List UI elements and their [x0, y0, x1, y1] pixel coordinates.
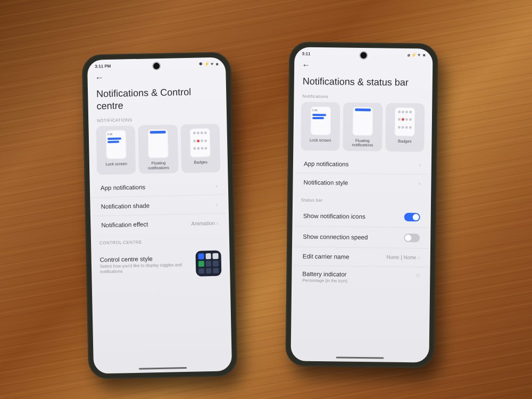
chevron-right-icon: › [215, 182, 218, 188]
notification-cards: 2:36 Lock screen Floating notifications [88, 123, 228, 179]
page-title: Notifications & Control centre [88, 82, 227, 117]
row-battery-indicator[interactable]: Battery indicator Percentage (in the ico… [294, 265, 428, 289]
row-show-connection-speed[interactable]: Show connection speed [294, 226, 428, 248]
home-indicator[interactable] [139, 367, 187, 370]
back-icon[interactable]: ← [95, 73, 103, 82]
status-icons: ✱ ⚡ ᯤ ▥ [199, 62, 218, 67]
card-floating[interactable]: Floating notifications [343, 102, 383, 151]
status-time: 3:11 PM [95, 64, 111, 69]
card-label: Floating notifications [148, 161, 169, 171]
row-notification-effect[interactable]: Notification effect Animation› [93, 214, 227, 235]
camera-hole [360, 52, 367, 59]
row-notification-shade[interactable]: Notification shade › [92, 195, 227, 217]
card-label: Floating notifications [352, 138, 373, 148]
chevron-right-icon: › [419, 181, 420, 187]
row-show-notification-icons[interactable]: Show notification icons [294, 205, 428, 228]
status-icons: ⌀ ⚡ ᯤ ▥ [408, 53, 426, 57]
notification-cards: 2:36 Lock screen Floating notifications [293, 102, 432, 156]
row-app-notifications[interactable]: App notifications › [295, 154, 429, 174]
back-row: ← [294, 58, 433, 73]
up-down-icon: ◇ [416, 272, 419, 278]
card-label: Lock screen [105, 162, 127, 167]
phone-right: 3:11 ⌀ ⚡ ᯤ ▥ ← Notifications & status ba… [285, 41, 438, 368]
toggle-switch[interactable] [404, 213, 420, 221]
card-label: Badges [194, 160, 207, 165]
row-edit-carrier-name[interactable]: Edit carrier name None | None› [294, 247, 428, 267]
toggle-switch[interactable] [404, 234, 420, 242]
card-badges[interactable]: Badges [180, 124, 220, 173]
phone-left: 3:11 PM ✱ ⚡ ᯤ ▥ ← Notifications & Contro… [82, 52, 238, 379]
chevron-right-icon: › [419, 162, 421, 168]
screen-right: 3:11 ⌀ ⚡ ᯤ ▥ ← Notifications & status ba… [290, 47, 433, 362]
card-floating[interactable]: Floating notifications [138, 124, 178, 174]
home-indicator[interactable] [336, 356, 384, 359]
row-notification-style[interactable]: Notification style › [295, 173, 429, 193]
chevron-right-icon: › [418, 255, 419, 261]
card-lock-screen[interactable]: 2:36 Lock screen [301, 102, 340, 151]
cc-style-thumbnail-icon [195, 251, 221, 277]
card-badges[interactable]: Badges [385, 103, 425, 152]
chevron-right-icon: › [216, 201, 218, 207]
cc-subtitle: Select how you'd like to display toggles… [100, 262, 190, 275]
row-app-notifications[interactable]: App notifications › [92, 177, 227, 198]
row-control-centre-style[interactable]: Control centre style Select how you'd li… [91, 246, 230, 281]
status-bar-list: Show notification icons Show connection … [292, 205, 431, 289]
settings-list: App notifications › Notification shade ›… [90, 177, 229, 235]
card-label: Badges [398, 139, 412, 144]
card-label: Lock screen [310, 138, 331, 143]
settings-list: App notifications › Notification style › [293, 154, 431, 193]
status-time: 3:11 [302, 52, 310, 56]
back-icon[interactable]: ← [302, 61, 310, 70]
chevron-right-icon: › [217, 220, 219, 226]
card-lock-screen[interactable]: 2:36 Lock screen [96, 126, 136, 175]
cc-title: Control centre style [100, 255, 190, 263]
page-title: Notifications & status bar [294, 72, 433, 94]
screen-left: 3:11 PM ✱ ⚡ ᯤ ▥ ← Notifications & Contro… [87, 57, 232, 373]
